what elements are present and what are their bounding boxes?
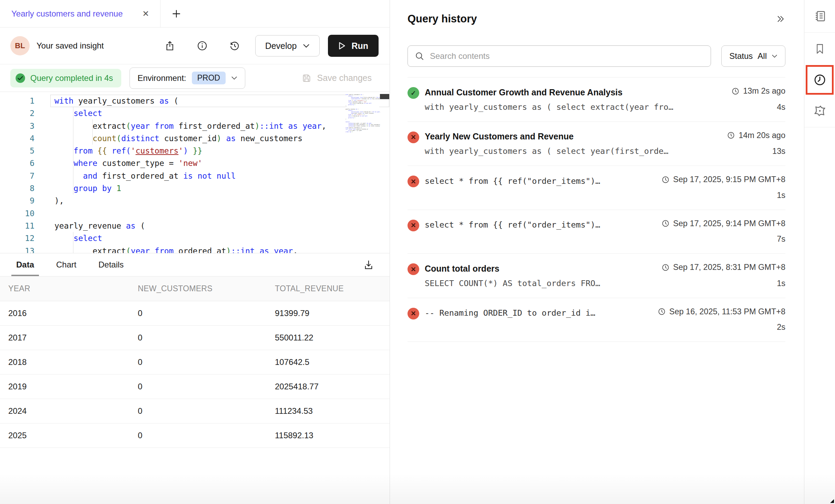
table-cell: 2019 xyxy=(0,382,138,391)
code-line[interactable]: where customer_type = 'new' xyxy=(50,157,389,169)
table-row[interactable]: 201902025418.77 xyxy=(0,375,390,399)
share-button[interactable] xyxy=(164,40,175,51)
tab-details[interactable]: Details xyxy=(99,253,124,276)
query-duration: 7s xyxy=(777,234,785,244)
info-button[interactable] xyxy=(197,40,208,51)
tab-title: Yearly customers and revenue xyxy=(11,9,140,19)
app-window: Yearly customers and revenue ✕ BL Your s… xyxy=(0,0,835,504)
new-tab-button[interactable] xyxy=(171,8,182,19)
compass-icon xyxy=(813,104,826,117)
results-tab-bar: Data Chart Details xyxy=(0,253,390,276)
sql-editor[interactable]: 12345678910111213 with yearly_customers … xyxy=(0,92,390,253)
save-changes-label: Save changes xyxy=(317,73,372,83)
develop-dropdown[interactable]: Develop xyxy=(255,35,320,56)
code-line[interactable]: count(distinct customer_id) as new_custo… xyxy=(50,132,389,145)
code-line[interactable]: and first_ordered_at is not null xyxy=(50,170,389,182)
query-history-item[interactable]: ✕select * from {{ ref("order_items")…Sep… xyxy=(408,166,785,210)
notebook-button[interactable] xyxy=(804,0,835,32)
table-cell: 2025418.77 xyxy=(275,382,390,391)
query-history-item[interactable]: ✕select * from {{ ref("order_items")…Sep… xyxy=(408,210,785,254)
query-title: Count total orders xyxy=(425,264,653,274)
query-history-title: Query history xyxy=(408,13,775,25)
table-cell: 0 xyxy=(138,431,275,440)
tab-yearly-customers[interactable]: Yearly customers and revenue ✕ xyxy=(0,0,161,27)
table-row[interactable]: 20170550011.22 xyxy=(0,326,390,350)
save-changes-button[interactable]: Save changes xyxy=(301,73,372,83)
indent-guide xyxy=(92,119,93,145)
query-history-item[interactable]: ✕-- Renaming ORDER_ID to order_id i…Sep … xyxy=(408,298,785,342)
tab-close-icon[interactable]: ✕ xyxy=(140,8,151,20)
query-timestamp: Sep 17, 2025, 9:14 PM GMT+8 xyxy=(661,219,785,228)
query-title: select * from {{ ref("order_items")… xyxy=(425,176,653,186)
search-input[interactable] xyxy=(430,51,704,61)
query-history-item[interactable]: ✓Annual Customer Growth and Revenue Anal… xyxy=(408,77,785,122)
error-status-icon: ✕ xyxy=(408,176,419,187)
code-lines[interactable]: with yearly_customers as ( select extrac… xyxy=(34,95,389,253)
query-history-button[interactable] xyxy=(806,65,834,95)
resize-corner xyxy=(829,498,834,503)
bookmarks-button[interactable] xyxy=(804,33,835,65)
table-row[interactable]: 20180107642.5 xyxy=(0,350,390,375)
query-history-item[interactable]: ✕Count total ordersSep 17, 2025, 8:31 PM… xyxy=(408,254,785,298)
table-cell: 0 xyxy=(138,333,275,343)
search-box[interactable] xyxy=(408,45,711,67)
table-cell: 91399.79 xyxy=(275,308,390,318)
code-line[interactable]: from {{ ref('customers') }} xyxy=(50,145,389,157)
code-line[interactable]: group by 1 xyxy=(50,182,389,195)
avatar: BL xyxy=(10,36,30,55)
table-cell: 2017 xyxy=(0,333,138,343)
query-history-list: ✓Annual Customer Growth and Revenue Anal… xyxy=(408,77,785,342)
collapse-panel-button[interactable] xyxy=(775,14,785,23)
query-timestamp: Sep 17, 2025, 9:15 PM GMT+8 xyxy=(661,175,785,184)
version-history-button[interactable] xyxy=(229,40,240,51)
code-line[interactable]: ), xyxy=(50,195,389,207)
query-duration: 1s xyxy=(777,279,785,288)
check-circle-icon xyxy=(15,73,25,83)
lineage-button[interactable] xyxy=(804,95,835,127)
tab-chart[interactable]: Chart xyxy=(56,253,76,276)
editor-minimap[interactable]: with yearly_customers as ( select extrac… xyxy=(346,94,379,133)
status-filter-label: Status xyxy=(729,51,753,61)
status-bar: Query completed in 4s Environment: PROD … xyxy=(0,64,390,92)
code-line[interactable]: extract(year from first_ordered_at)::int… xyxy=(50,120,389,132)
table-row[interactable]: 20250115892.13 xyxy=(0,423,390,448)
status-filter-value: All xyxy=(757,51,767,61)
download-results-button[interactable] xyxy=(363,259,374,271)
query-timestamp: 14m 20s ago xyxy=(727,131,785,140)
code-line[interactable]: yearly_revenue as ( xyxy=(50,220,389,232)
table-cell: 2018 xyxy=(0,357,138,367)
bookmark-icon xyxy=(814,43,826,55)
table-row[interactable]: 2016091399.79 xyxy=(0,301,390,326)
run-label: Run xyxy=(351,41,368,51)
code-line[interactable]: select xyxy=(50,107,389,119)
results-table-header: YEAR NEW_CUSTOMERS TOTAL_REVENUE xyxy=(0,276,390,301)
error-status-icon: ✕ xyxy=(408,308,419,319)
code-line[interactable] xyxy=(50,207,389,220)
query-title: Yearly New Customers and Revenue xyxy=(425,132,719,141)
clock-small-icon xyxy=(658,307,666,316)
insight-subtitle: Your saved insight xyxy=(37,41,143,51)
editor-scrollbar-thumb[interactable] xyxy=(380,94,389,99)
column-header-new-customers: NEW_CUSTOMERS xyxy=(138,284,275,293)
insight-header: BL Your saved insight Develop xyxy=(0,28,390,64)
table-row[interactable]: 20240111234.53 xyxy=(0,399,390,423)
query-status-badge: Query completed in 4s xyxy=(10,69,121,87)
environment-dropdown[interactable]: Environment: PROD xyxy=(130,67,245,89)
chevron-down-icon xyxy=(303,44,310,48)
tab-data[interactable]: Data xyxy=(16,253,34,276)
code-line[interactable]: with yearly_customers as ( xyxy=(50,95,389,107)
chevron-down-icon xyxy=(772,54,777,58)
status-filter-dropdown[interactable]: Status All xyxy=(721,45,785,67)
table-cell: 2025 xyxy=(0,431,138,440)
query-history-item[interactable]: ✕Yearly New Customers and Revenue14m 20s… xyxy=(408,122,785,166)
code-line[interactable]: select xyxy=(50,232,389,244)
table-cell: 2024 xyxy=(0,406,138,416)
query-code-preview: with yearly_customers as ( select extrac… xyxy=(425,102,769,112)
environment-value-badge: PROD xyxy=(192,72,226,84)
save-icon xyxy=(301,73,312,83)
code-line[interactable]: extract(year from ordered_at)::int as ye… xyxy=(50,245,389,253)
line-numbers: 12345678910111213 xyxy=(0,95,34,253)
query-duration: 2s xyxy=(777,323,785,332)
table-cell: 0 xyxy=(138,382,275,391)
run-button[interactable]: Run xyxy=(328,35,379,57)
